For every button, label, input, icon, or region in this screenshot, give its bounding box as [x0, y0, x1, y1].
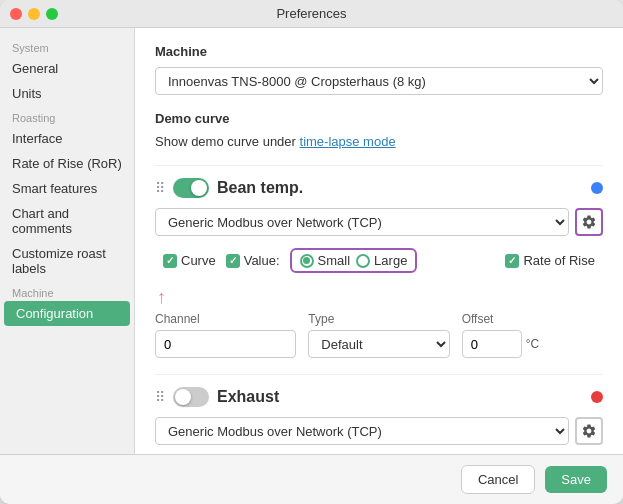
- content-area: System General Units Roasting Interface …: [0, 28, 623, 454]
- sidebar-section-machine: Machine: [0, 281, 134, 301]
- close-button[interactable]: [10, 8, 22, 20]
- exhaust-toggle-knob: [175, 389, 191, 405]
- offset-unit: °C: [526, 337, 539, 351]
- type-col-label: Type: [308, 312, 449, 326]
- ror-label: Rate of Rise: [523, 253, 595, 268]
- gear-icon: [581, 214, 597, 230]
- sidebar-item-configuration[interactable]: Configuration: [4, 301, 130, 326]
- channel-input[interactable]: [155, 330, 296, 358]
- bean-temp-curve-check[interactable]: Curve: [163, 253, 216, 268]
- value-checkbox-icon: [226, 254, 240, 268]
- sidebar-item-customize-roast[interactable]: Customize roast labels: [0, 241, 134, 281]
- bean-temp-toggle[interactable]: [173, 178, 209, 198]
- sidebar: System General Units Roasting Interface …: [0, 28, 135, 454]
- sidebar-item-ror[interactable]: Rate of Rise (RoR): [0, 151, 134, 176]
- gear-icon-exhaust: [581, 423, 597, 439]
- small-radio[interactable]: Small: [300, 253, 351, 268]
- sidebar-section-roasting: Roasting: [0, 106, 134, 126]
- exhaust-name: Exhaust: [217, 388, 279, 406]
- bean-temp-block: ⠿ Bean temp. Generic Modbus over Network…: [155, 178, 603, 358]
- small-radio-button: [300, 254, 314, 268]
- demo-curve-description: Show demo curve under time-lapse mode: [155, 134, 603, 149]
- value-label: Value:: [244, 253, 280, 268]
- titlebar: Preferences: [0, 0, 623, 28]
- cancel-button[interactable]: Cancel: [461, 465, 535, 494]
- small-label: Small: [318, 253, 351, 268]
- preferences-window: Preferences System General Units Roastin…: [0, 0, 623, 504]
- exhaust-header: ⠿ Exhaust: [155, 387, 603, 407]
- exhaust-block: ⠿ Exhaust Generic Modbus over Network (T…: [155, 387, 603, 454]
- channel-col-label: Channel: [155, 312, 296, 326]
- bean-temp-options-row: Curve Value: Small: [155, 244, 603, 277]
- sidebar-item-general[interactable]: General: [0, 56, 134, 81]
- offset-input[interactable]: [462, 330, 522, 358]
- time-lapse-link[interactable]: time-lapse mode: [300, 134, 396, 149]
- ror-checkbox-icon: [505, 254, 519, 268]
- exhaust-gear-button[interactable]: [575, 417, 603, 445]
- bean-temp-header: ⠿ Bean temp.: [155, 178, 603, 198]
- exhaust-protocol-select[interactable]: Generic Modbus over Network (TCP): [155, 417, 569, 445]
- exhaust-toggle[interactable]: [173, 387, 209, 407]
- size-radio-group: Small Large: [290, 248, 418, 273]
- traffic-lights: [10, 8, 58, 20]
- small-radio-inner: [303, 257, 310, 264]
- curve-checkbox-icon: [163, 254, 177, 268]
- exhaust-options-row: Curve Value:: [155, 453, 603, 454]
- bean-temp-protocol-select[interactable]: Generic Modbus over Network (TCP): [155, 208, 569, 236]
- large-radio[interactable]: Large: [356, 253, 407, 268]
- machine-section-title: Machine: [155, 44, 603, 59]
- type-col: Type Default: [308, 312, 449, 358]
- type-select[interactable]: Default: [308, 330, 449, 358]
- demo-curve-section: Demo curve Show demo curve under time-la…: [155, 111, 603, 149]
- drag-handle-bean[interactable]: ⠿: [155, 180, 165, 196]
- machine-section: Machine Innoenvas TNS-8000 @ Cropsterhau…: [155, 44, 603, 95]
- bottom-bar: Cancel Save: [0, 454, 623, 504]
- large-radio-button: [356, 254, 370, 268]
- sidebar-item-smart-features[interactable]: Smart features: [0, 176, 134, 201]
- bean-temp-name: Bean temp.: [217, 179, 303, 197]
- large-label: Large: [374, 253, 407, 268]
- main-content: Machine Innoenvas TNS-8000 @ Cropsterhau…: [135, 28, 623, 454]
- channel-col: Channel: [155, 312, 296, 358]
- window-title: Preferences: [276, 6, 346, 21]
- save-button[interactable]: Save: [545, 466, 607, 493]
- demo-curve-title: Demo curve: [155, 111, 603, 126]
- bean-ror-checkbox[interactable]: Rate of Rise: [505, 253, 595, 268]
- machine-select-row: Innoenvas TNS-8000 @ Cropsterhaus (8 kg): [155, 67, 603, 95]
- machine-select[interactable]: Innoenvas TNS-8000 @ Cropsterhaus (8 kg): [155, 67, 603, 95]
- offset-col: Offset °C: [462, 312, 603, 358]
- sidebar-item-interface[interactable]: Interface: [0, 126, 134, 151]
- divider-1: [155, 165, 603, 166]
- exhaust-color-dot: [591, 391, 603, 403]
- sidebar-section-system: System: [0, 36, 134, 56]
- bean-temp-value-check[interactable]: Value:: [226, 253, 280, 268]
- sidebar-item-chart[interactable]: Chart and comments: [0, 201, 134, 241]
- bean-temp-color-dot: [591, 182, 603, 194]
- bean-temp-toggle-knob: [191, 180, 207, 196]
- divider-2: [155, 374, 603, 375]
- sidebar-item-units[interactable]: Units: [0, 81, 134, 106]
- bean-temp-select-row: Generic Modbus over Network (TCP): [155, 208, 603, 236]
- curve-label: Curve: [181, 253, 216, 268]
- up-arrow-icon: ↑: [157, 287, 166, 308]
- offset-row: °C: [462, 330, 603, 358]
- drag-handle-exhaust[interactable]: ⠿: [155, 389, 165, 405]
- fullscreen-button[interactable]: [46, 8, 58, 20]
- exhaust-select-row: Generic Modbus over Network (TCP): [155, 417, 603, 445]
- bean-temp-gear-button[interactable]: [575, 208, 603, 236]
- offset-col-label: Offset: [462, 312, 603, 326]
- minimize-button[interactable]: [28, 8, 40, 20]
- bean-temp-channel-row: Channel Type Default Offset °C: [155, 312, 603, 358]
